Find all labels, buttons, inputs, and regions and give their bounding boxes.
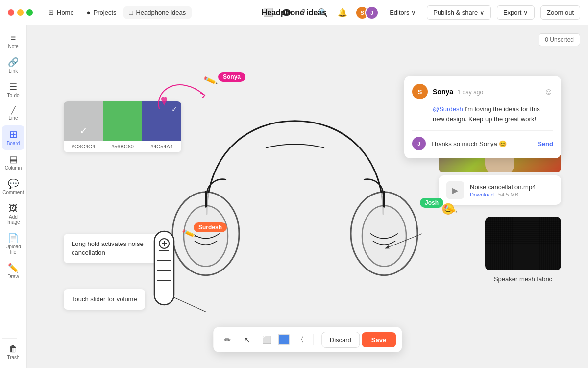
swatch-label-green: #56BC60 xyxy=(103,144,142,149)
color-picker-button[interactable] xyxy=(278,334,290,345)
sidebar-comment-label: Comment xyxy=(2,190,24,195)
svg-point-3 xyxy=(362,205,406,266)
sidebar-item-add-image[interactable]: 🖼 Add image xyxy=(2,200,24,229)
discard-button[interactable]: Discard xyxy=(321,332,360,348)
headphone-drawing xyxy=(168,101,422,314)
fabric-image-card xyxy=(485,217,561,270)
drawing-toolbar: ✏ ↖ ⬜ 〈 Discard Save xyxy=(213,327,402,352)
tab-headphone-ideas[interactable]: □ Headphone ideas xyxy=(123,6,192,19)
sidebar-line-label: Line xyxy=(9,115,18,121)
tab-home[interactable]: ⊞ Home xyxy=(43,6,80,19)
sonya-cursor-label: Sonya xyxy=(218,72,245,82)
zoom-out-button[interactable]: Zoom out xyxy=(540,5,580,20)
swatch-gray-check: ✓ xyxy=(79,125,88,137)
note-noise-cancel[interactable]: Long hold activates noise cancellation xyxy=(64,234,162,263)
close-button[interactable] xyxy=(8,9,14,16)
sidebar-divider xyxy=(2,338,17,339)
page-icon: □ xyxy=(129,9,133,16)
tab-projects-label: Projects xyxy=(94,9,117,16)
title-bar: ⊞ Home ● Projects □ Headphone ideas Head… xyxy=(0,0,588,25)
highlighter-tool-button[interactable]: 〈 xyxy=(292,331,309,348)
sidebar-item-trash[interactable]: 🗑 Trash xyxy=(2,341,24,364)
sidebar-todo-label: To-do xyxy=(7,93,19,98)
sonya-pencil-icon: ✏️ xyxy=(203,73,219,88)
pen-tool-button[interactable]: ✏ xyxy=(219,331,237,348)
toolbar-separator xyxy=(313,334,314,345)
sidebar-item-board[interactable]: ⊞ Board xyxy=(2,125,24,150)
swatch-green[interactable] xyxy=(103,101,142,141)
column-icon: ▤ xyxy=(9,155,18,164)
sidebar-item-line[interactable]: ╱ Line xyxy=(2,103,24,124)
bell-btn[interactable]: 🔔 xyxy=(336,6,349,20)
line-icon: ╱ xyxy=(11,107,15,114)
svg-line-4 xyxy=(168,292,212,312)
sidebar-board-label: Board xyxy=(7,141,20,146)
home-icon: ⊞ xyxy=(49,9,54,16)
sidebar: ≡ Note 🔗 Link ☰ To-do ╱ Line ⊞ Board ▤ C… xyxy=(0,25,27,368)
comment-icon: 💬 xyxy=(8,179,19,188)
sidebar-column-label: Column xyxy=(5,165,22,171)
sidebar-draw-label: Draw xyxy=(7,274,19,279)
comment-author: Sonya xyxy=(433,88,453,96)
sidebar-link-label: Link xyxy=(9,68,18,74)
maximize-button[interactable] xyxy=(26,9,33,16)
main-area: ≡ Note 🔗 Link ☰ To-do ╱ Line ⊞ Board ▤ C… xyxy=(0,25,588,368)
select-tool-button[interactable]: ↖ xyxy=(239,331,256,348)
page-title: Headphone ideas xyxy=(262,8,326,17)
sidebar-add-image-label: Add image xyxy=(5,214,22,225)
minimize-button[interactable] xyxy=(17,9,24,16)
swatches-row: ✓ ✓ xyxy=(64,101,181,141)
swatch-label-gray: #C3C4C4 xyxy=(64,144,103,149)
editor-avatars: S J xyxy=(355,6,379,20)
color-swatches-panel[interactable]: ✓ ✓ #C3C4C4 #56BC60 #4C54A4 xyxy=(64,101,181,152)
tab-home-label: Home xyxy=(57,9,74,16)
comment-react-icon[interactable]: ☺ xyxy=(544,87,553,97)
josh-cursor-label: Josh xyxy=(420,198,443,208)
publish-label: Publish & share ∨ xyxy=(433,9,485,16)
comment-text: @Surdesh I'm loving the ideas for this n… xyxy=(412,104,553,123)
note-touch-slider-text: Touch slider for volume xyxy=(72,295,137,303)
note-noise-cancel-text: Long hold activates noise cancellation xyxy=(72,240,144,256)
file-size: · 54.5 MB xyxy=(495,192,518,197)
traffic-lights xyxy=(8,9,33,16)
save-button[interactable]: Save xyxy=(362,332,396,347)
publish-share-button[interactable]: Publish & share ∨ xyxy=(427,5,491,20)
canvas-area[interactable]: 0 Unsorted ✓ ✓ #C3C4C4 #56BC60 #4C54A4 L… xyxy=(27,25,588,368)
sidebar-item-link[interactable]: 🔗 Link xyxy=(2,54,24,77)
trash-icon: 🗑 xyxy=(9,344,18,353)
zoom-label: Zoom out xyxy=(547,9,574,16)
sidebar-bottom: 🗑 Trash xyxy=(2,336,24,364)
tab-projects[interactable]: ● Projects xyxy=(81,6,122,19)
editors-button[interactable]: Editors ∨ xyxy=(385,7,421,18)
swatch-gray[interactable]: ✓ xyxy=(64,101,103,141)
sidebar-item-upload-file[interactable]: 📄 Upload file xyxy=(2,230,24,259)
tab-headphone-label: Headphone ideas xyxy=(136,9,186,16)
file-type-icon: ▶ xyxy=(446,181,464,199)
export-button[interactable]: Export ∨ xyxy=(497,5,535,20)
sidebar-trash-label: Trash xyxy=(7,355,19,360)
file-name: Noise cancellation.mp4 xyxy=(470,183,553,191)
file-card: ▶ Noise cancellation.mp4 Download · 54.5… xyxy=(439,175,561,205)
sidebar-item-todo[interactable]: ☰ To-do xyxy=(2,78,24,102)
sidebar-item-note[interactable]: ≡ Note xyxy=(2,29,24,53)
eraser-tool-button[interactable]: ⬜ xyxy=(258,331,276,348)
comment-mention: @Surdesh xyxy=(433,105,463,113)
sidebar-item-column[interactable]: ▤ Column xyxy=(2,151,24,174)
reply-text: Thanks so much Sonya 😊 xyxy=(431,140,533,147)
sidebar-item-comment[interactable]: 💬 Comment xyxy=(2,175,24,199)
sidebar-item-draw[interactable]: ✏️ Draw xyxy=(2,260,24,283)
sidebar-upload-label: Upload file xyxy=(5,244,22,255)
export-label: Export ∨ xyxy=(503,9,528,16)
file-info: Noise cancellation.mp4 Download · 54.5 M… xyxy=(470,183,553,197)
file-download-link[interactable]: Download xyxy=(470,192,494,197)
editors-label: Editors ∨ xyxy=(390,9,416,16)
reply-avatar: J xyxy=(412,137,426,150)
note-icon: ≡ xyxy=(11,33,16,42)
projects-icon: ● xyxy=(87,9,91,16)
avatar-2: J xyxy=(365,6,379,20)
send-button[interactable]: Send xyxy=(538,140,553,147)
sonya-avatar: S xyxy=(412,84,428,99)
note-touch-slider[interactable]: Touch slider for volume xyxy=(64,289,145,310)
link-icon: 🔗 xyxy=(8,58,19,67)
fabric-label: Speaker mesh fabric xyxy=(485,275,561,283)
